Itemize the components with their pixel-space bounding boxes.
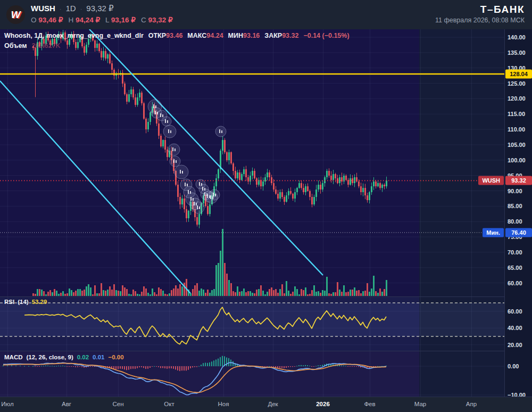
instrument-row: WUSH · 1D · 93,32 ₽	[31, 4, 114, 13]
rsi-value: 53.29	[32, 299, 47, 305]
price-axis[interactable]: 140.00135.00130.00125.00120.00115.00110.…	[504, 29, 532, 397]
last-price-tag: 93.32	[505, 176, 532, 185]
low-label: L	[105, 16, 109, 24]
macd-signal-value: 0.01	[93, 354, 104, 360]
legend-close: 93.32	[282, 32, 298, 39]
high-value: 94,24 ₽	[76, 16, 100, 24]
header-price: 93,32 ₽	[86, 4, 113, 13]
time-tick-Мар: Мар	[414, 401, 427, 407]
legend-low: 93.16	[243, 32, 260, 39]
time-tick-Дек: Дек	[268, 401, 278, 407]
time-tick-2026: 2026	[316, 401, 330, 407]
price-tick: 105.00	[508, 142, 526, 148]
price-tick: 140.00	[508, 34, 526, 40]
macd-legend: MACD (12, 26, close, 9) 0.02 0.01 −0.00	[4, 354, 124, 360]
macd-label: MACD	[4, 354, 23, 360]
high-label: H	[68, 16, 73, 24]
legend-change: −0.14 (−0.15%)	[303, 32, 349, 39]
min-level-tag: 76.40	[505, 228, 532, 237]
close-label: C	[141, 16, 146, 24]
time-tick-Фев: Фев	[364, 401, 375, 407]
legend-open: 93.46	[166, 32, 182, 39]
time-tick-Окт: Окт	[164, 401, 174, 407]
macd-value: 0.02	[77, 354, 89, 360]
price-tick: 85.00	[508, 203, 522, 209]
legend-high: 94.24	[206, 32, 223, 39]
price-tick: 135.00	[508, 50, 526, 56]
price-tick: 100.00	[508, 157, 526, 163]
volume-value: 260.627K	[31, 42, 60, 50]
rsi-tick: 40.00	[508, 325, 522, 331]
trading-terminal: W WUSH · 1D · 93,32 ₽ O 93,46 ₽ H 94,24 …	[0, 0, 532, 412]
price-tick: 125.00	[508, 80, 526, 87]
header: W WUSH · 1D · 93,32 ₽ O 93,46 ₽ H 94,24 …	[0, 0, 532, 29]
open-label: O	[31, 16, 37, 24]
volume-label: Объем	[4, 42, 27, 50]
rsi-label: RSI	[4, 299, 14, 305]
macd-hist-value: −0.00	[109, 354, 124, 360]
price-tick: 65.00	[508, 265, 522, 271]
volume-legend: Объем 260.627K	[4, 42, 61, 50]
rsi-tick: 20.00	[508, 342, 522, 348]
macd-params: (12, 26, close, 9)	[27, 354, 73, 360]
open-value: 93,46 ₽	[38, 16, 63, 24]
chart-area[interactable]: Whoosh, 1Д, moex_mrng_evng_e_wknd_dlr ОТ…	[0, 29, 532, 397]
low-value: 93,16 ₽	[111, 16, 136, 24]
symbol-price-tag: WUSH	[478, 176, 504, 185]
price-tick: 90.00	[508, 188, 522, 194]
macd-tick: 0.00	[508, 363, 519, 369]
rsi-params: (14)	[18, 299, 28, 305]
time-axis[interactable]: ИюлАвгСенОктНояДек2026ФевМарАпр	[0, 397, 532, 412]
tbank-logo: Т–БАНК	[480, 4, 525, 15]
timeframe[interactable]: 1D	[66, 4, 76, 13]
symbol-name[interactable]: WUSH	[31, 4, 55, 13]
price-tick: 80.00	[508, 218, 522, 225]
time-tick-Ноя: Ноя	[218, 401, 229, 407]
time-tick-Июл: Июл	[1, 401, 13, 407]
rsi-legend: RSI (14) 53.29	[4, 299, 47, 305]
price-tick: 110.00	[508, 126, 525, 133]
wush-logo-icon[interactable]: W	[6, 5, 25, 24]
price-tick: 60.00	[508, 280, 522, 286]
min-label-tag: Мин.	[483, 228, 504, 237]
separator-dot: ·	[80, 6, 82, 12]
time-tick-Апр: Апр	[466, 401, 477, 407]
price-tick: 115.00	[508, 111, 525, 117]
header-datetime: 11 февраля 2026, 08:08 МСК	[435, 17, 525, 24]
chart-legend: Whoosh, 1Д, moex_mrng_evng_e_wknd_dlr ОТ…	[4, 32, 350, 39]
yellow-level-tag: 128.04	[505, 70, 532, 79]
ohlc-row: O 93,46 ₽ H 94,24 ₽ L 93,16 ₽ C 93,32 ₽	[31, 15, 173, 24]
time-tick-Сен: Сен	[112, 401, 123, 407]
price-tick: 70.00	[508, 249, 522, 256]
close-value: 93,32 ₽	[148, 16, 172, 24]
rsi-tick: 60.00	[508, 308, 522, 315]
price-tick: 120.00	[508, 95, 526, 102]
separator-dot: ·	[60, 6, 62, 12]
time-tick-Авг: Авг	[62, 401, 71, 407]
chart-canvas[interactable]	[0, 29, 504, 397]
legend-title: Whoosh, 1Д, moex_mrng_evng_e_wknd_dlr	[4, 32, 144, 39]
